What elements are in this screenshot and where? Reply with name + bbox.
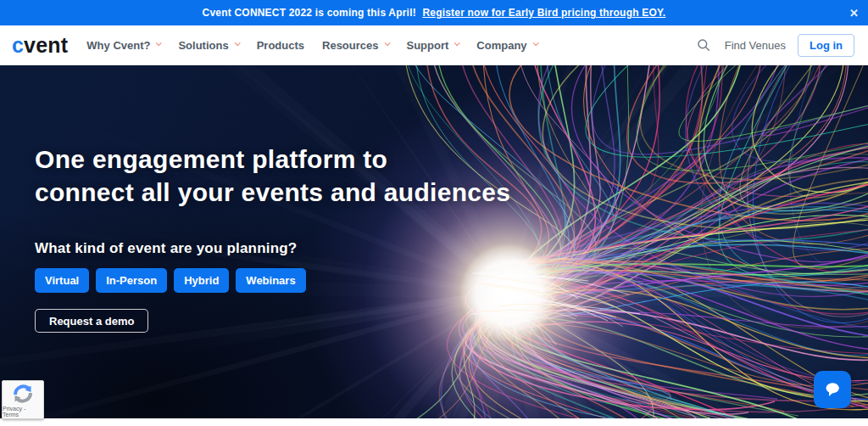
login-button[interactable]: Log in [798,34,854,57]
nav-item-company[interactable]: Company [476,39,537,52]
recaptcha-privacy-terms[interactable]: Privacy - Terms [3,406,43,418]
recaptcha-icon [12,383,34,405]
nav-item-label: Company [476,39,526,52]
nav-item-label: Support [407,39,449,52]
nav-right: Find Venues Log in [696,34,854,57]
chevron-down-icon [454,40,460,46]
main-nav: cvent Why Cvent? Solutions Products Reso… [0,25,868,65]
recaptcha-badge[interactable]: Privacy - Terms [2,380,44,419]
hero-headline: One engagement platform to connect all y… [35,143,510,209]
nav-items: Why Cvent? Solutions Products Resources … [86,39,537,52]
hybrid-button[interactable]: Hybrid [174,268,229,293]
chevron-down-icon [234,40,240,46]
nav-item-why-cvent[interactable]: Why Cvent? [86,39,160,52]
in-person-button[interactable]: In-Person [96,268,167,293]
nav-item-solutions[interactable]: Solutions [178,39,238,52]
logo-rest: vent [24,33,68,57]
find-venues-link[interactable]: Find Venues [725,39,786,52]
announcement-link[interactable]: Register now for Early Bird pricing thro… [422,7,665,19]
chat-button[interactable] [814,371,851,408]
headline-line-1: One engagement platform to [35,143,510,176]
hero-content: One engagement platform to connect all y… [0,65,868,418]
search-icon [696,37,711,53]
nav-item-products[interactable]: Products [257,39,304,52]
announcement-banner: Cvent CONNECT 2022 is coming this April!… [0,0,868,25]
headline-line-2: connect all your events and audiences [35,176,510,209]
chat-bubble-icon [822,379,843,400]
request-demo-button[interactable]: Request a demo [35,309,148,333]
close-icon[interactable]: ✕ [849,8,859,19]
hero-question: What kind of event are you planning? [35,240,297,257]
nav-item-support[interactable]: Support [407,39,459,52]
chevron-down-icon [532,40,538,46]
search-button[interactable] [696,36,713,53]
webinars-button[interactable]: Webinars [236,268,305,293]
chevron-down-icon [384,40,390,46]
cvent-logo[interactable]: cvent [12,33,68,58]
logo-letter-c: c [12,33,24,57]
hero-section: One engagement platform to connect all y… [0,65,868,418]
virtual-button[interactable]: Virtual [35,268,89,293]
announcement-message: Cvent CONNECT 2022 is coming this April! [203,7,416,19]
nav-item-label: Products [257,39,304,52]
page: Cvent CONNECT 2022 is coming this April!… [0,0,868,426]
announcement-text: Cvent CONNECT 2022 is coming this April!… [203,7,666,19]
nav-item-label: Resources [322,39,378,52]
nav-item-label: Solutions [178,39,228,52]
event-type-buttons: Virtual In-Person Hybrid Webinars [35,268,306,293]
nav-item-label: Why Cvent? [86,39,150,52]
nav-item-resources[interactable]: Resources [322,39,388,52]
chevron-down-icon [156,40,162,46]
